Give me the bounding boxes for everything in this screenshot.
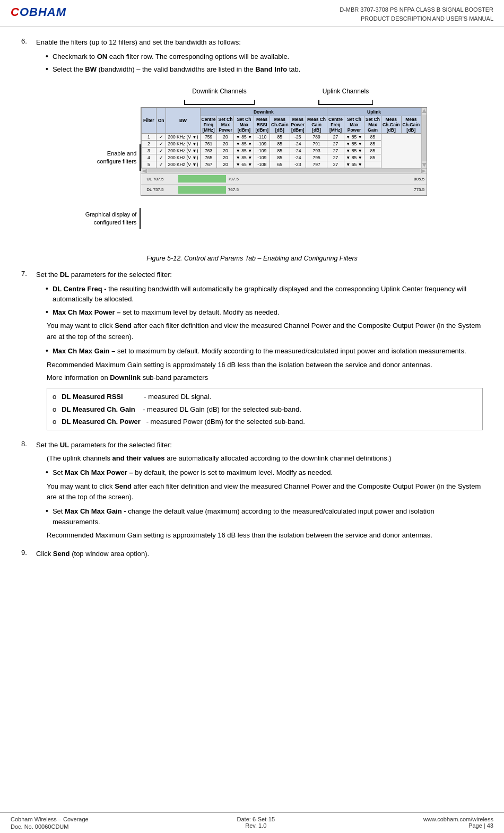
logo-area: COBHAM bbox=[11, 5, 66, 19]
section-7-number: 7. bbox=[21, 270, 36, 435]
bullet-6-1: Checkmark to ON each filter row. The cor… bbox=[46, 51, 483, 62]
section-9-content: Click Send (top window area option). bbox=[36, 549, 483, 562]
figure-caption: Figure 5-12. Control and Params Tab – En… bbox=[21, 255, 483, 262]
section-8-heading: Set the UL parameters for the selected f… bbox=[36, 440, 483, 451]
table-scrollbar[interactable] bbox=[421, 108, 427, 168]
bullet-8-1: Set Max Ch Max Power – by default, the p… bbox=[46, 467, 483, 478]
info-row-1: o DL Measured RSSI - measured DL signal. bbox=[53, 391, 477, 403]
bullet-6-2: Select the BW (bandwidth) – the valid ba… bbox=[46, 64, 483, 75]
annotation-left: Enable andconfigure filters Graphical di… bbox=[77, 107, 141, 250]
main-content: 6. Enable the filters (up to 12 filters)… bbox=[0, 27, 504, 578]
channel-labels-area: Downlink Channels Uplink Channels bbox=[74, 88, 483, 105]
section-8-para1: You may want to click Send after each fi… bbox=[47, 481, 483, 504]
figure-outer: Enable andconfigure filters Graphical di… bbox=[21, 107, 483, 250]
section-9-text: Click Send (top window area option). bbox=[36, 549, 483, 560]
col-on: On bbox=[156, 108, 166, 133]
section-7-para3: More information on Downlink sub-band pa… bbox=[47, 372, 483, 384]
section-9-number: 9. bbox=[21, 549, 36, 562]
section-8-bullets: Set Max Ch Max Power – by default, the p… bbox=[46, 467, 483, 478]
table-area: Filter On BW Downlink Uplink CentreFreq[… bbox=[141, 107, 427, 196]
page-header: COBHAM D-MBR 3707-3708 PS NFPA CLASS B S… bbox=[0, 0, 504, 27]
section-8-number: 8. bbox=[21, 440, 36, 543]
cobham-logo: COBHAM bbox=[11, 5, 66, 19]
annotation-graphical: Graphical display ofconfigured filters bbox=[85, 208, 141, 229]
section-6: 6. Enable the filters (up to 12 filters)… bbox=[21, 37, 483, 78]
section-6-text: Enable the filters (up to 12 filters) an… bbox=[36, 37, 483, 48]
header-title: D-MBR 3707-3708 PS NFPA CLASS B SIGNAL B… bbox=[340, 5, 493, 23]
section-7-para2: Recommended Maximum Gain setting is appr… bbox=[47, 360, 483, 371]
section-8-subpara: (The uplink channels and their values ar… bbox=[47, 453, 483, 464]
table-hscrollbar[interactable] bbox=[141, 168, 427, 173]
section-8-bullets2: Set Max Ch Max Gain - change the default… bbox=[46, 506, 483, 527]
table-with-scroll: Filter On BW Downlink Uplink CentreFreq[… bbox=[141, 108, 427, 168]
uplink-channels-label: Uplink Channels bbox=[318, 88, 373, 105]
col-downlink-header: Downlink bbox=[200, 108, 327, 116]
section-8-para2: Recommended Maximum Gain setting is appr… bbox=[47, 530, 483, 541]
bullet-7-1: DL Centre Freq - the resulting bandwidth… bbox=[46, 284, 483, 305]
section-9: 9. Click Send (top window area option). bbox=[21, 549, 483, 562]
section-8-content: Set the UL parameters for the selected f… bbox=[36, 440, 483, 543]
section-6-content: Enable the filters (up to 12 filters) an… bbox=[36, 37, 483, 78]
footer-date: Date: 6-Set-15 bbox=[237, 816, 275, 822]
section-8: 8. Set the UL parameters for the selecte… bbox=[21, 440, 483, 543]
footer-right: www.cobham.com/wireless Page | 43 bbox=[423, 816, 493, 830]
table-row: 4 ✓ 200 KHz (V ▼) 765 20 ▼ 85 ▼ -109 85 … bbox=[141, 154, 421, 161]
bullet-8-2: Set Max Ch Max Gain - change the default… bbox=[46, 506, 483, 527]
page-footer: Cobham Wireless – Coverage Doc. No. 0006… bbox=[0, 812, 504, 833]
table-row: 1 ✓ 200 KHz (V ▼) 759 20 ▼ 85 ▼ -110 85 … bbox=[141, 133, 421, 140]
info-box: o DL Measured RSSI - measured DL signal.… bbox=[47, 388, 483, 430]
table-row: 3 ✓ 200 KHz (V ▼) 763 20 ▼ 85 ▼ -109 85 … bbox=[141, 147, 421, 154]
col-uplink-header: Uplink bbox=[327, 108, 421, 116]
bullet-7-3: Max Ch Max Gain – set to maximum by defa… bbox=[46, 346, 483, 357]
bullet-7-2: Max Ch Max Power – set to maximum level … bbox=[46, 307, 483, 318]
col-filter: Filter bbox=[141, 108, 156, 133]
footer-center: Date: 6-Set-15 Rev. 1.0 bbox=[237, 816, 275, 830]
footer-company: Cobham Wireless – Coverage bbox=[11, 816, 89, 822]
graph-area: UL 787.5 797.5 805.5 DL 757.5 767.5 775.… bbox=[141, 173, 427, 195]
section-7-heading: Set the DL parameters for the selected f… bbox=[36, 270, 483, 281]
info-row-3: o DL Measured Ch. Power - measured Power… bbox=[53, 415, 477, 428]
section-6-number: 6. bbox=[21, 37, 36, 78]
downlink-channels-label: Downlink Channels bbox=[184, 88, 255, 105]
section-6-bullets: Checkmark to ON each filter row. The cor… bbox=[46, 51, 483, 75]
section-7-bullets2: Max Ch Max Gain – set to maximum by defa… bbox=[46, 346, 483, 357]
filter-table: Filter On BW Downlink Uplink CentreFreq[… bbox=[141, 108, 421, 168]
section-7: 7. Set the DL parameters for the selecte… bbox=[21, 270, 483, 435]
table-row: 2 ✓ 200 KHz (V ▼) 761 20 ▼ 85 ▼ -109 85 … bbox=[141, 140, 421, 147]
info-row-2: o DL Measured Ch. Gain - measured DL Gai… bbox=[53, 403, 477, 415]
section-7-bullets: DL Centre Freq - the resulting bandwidth… bbox=[46, 284, 483, 318]
section-7-para1: You may want to click Send after each fi… bbox=[47, 320, 483, 343]
figure-container: Downlink Channels Uplink Channels bbox=[21, 88, 483, 262]
footer-docno: Doc. No. 00060CDUM bbox=[11, 823, 89, 830]
section-7-content: Set the DL parameters for the selected f… bbox=[36, 270, 483, 435]
table-row: 5 ✓ 200 KHz (V ▼) 767 20 ▼ 65 ▼ -108 65 … bbox=[141, 161, 421, 168]
footer-page: Page | 43 bbox=[468, 822, 493, 829]
footer-left: Cobham Wireless – Coverage Doc. No. 0006… bbox=[11, 816, 89, 830]
col-bw: BW bbox=[166, 108, 200, 133]
footer-rev: Rev. 1.0 bbox=[245, 822, 266, 829]
footer-website: www.cobham.com/wireless bbox=[423, 816, 493, 822]
annotation-enable: Enable andconfigure filters bbox=[97, 144, 141, 171]
